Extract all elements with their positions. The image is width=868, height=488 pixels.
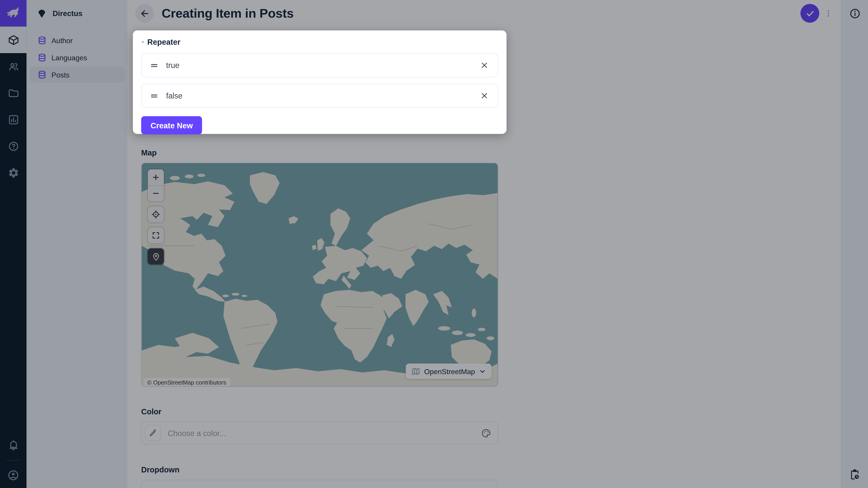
repeater-field-card: Repeater true false Create New	[133, 31, 506, 134]
repeater-label-row: Repeater	[142, 37, 498, 47]
create-new-button[interactable]: Create New	[141, 116, 202, 134]
close-icon[interactable]	[480, 61, 489, 70]
repeater-label: Repeater	[147, 38, 180, 46]
app-window: Directus Author Languages	[0, 0, 868, 488]
modified-dot	[142, 41, 144, 43]
repeater-item-row[interactable]: false	[141, 84, 498, 108]
drag-handle-icon[interactable]	[149, 61, 159, 70]
close-icon[interactable]	[480, 91, 489, 100]
repeater-item-row[interactable]: true	[141, 53, 498, 77]
repeater-item-value: false	[166, 91, 473, 100]
repeater-item-value: true	[166, 61, 473, 70]
drag-handle-icon[interactable]	[149, 91, 159, 101]
